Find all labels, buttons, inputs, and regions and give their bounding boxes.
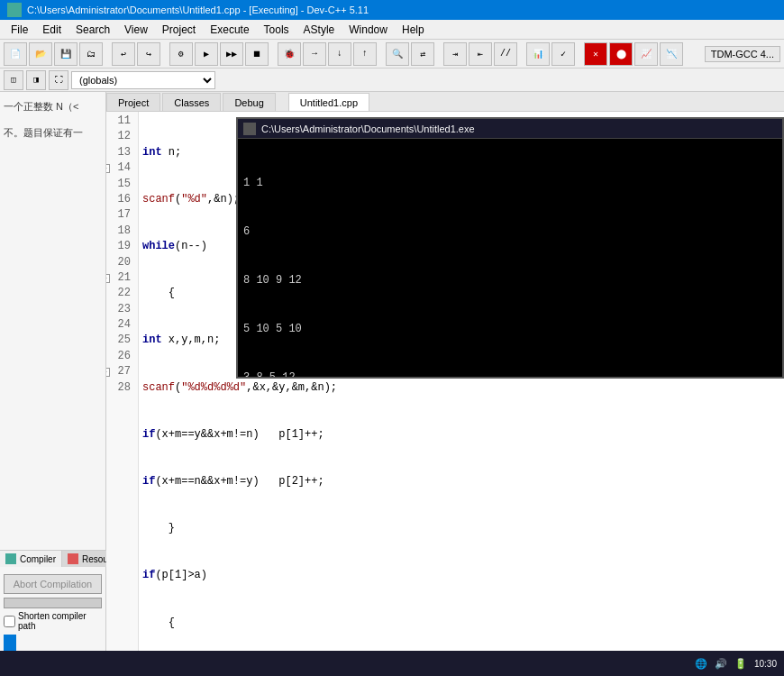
shorten-compiler-path-label: Shorten compiler path [18, 611, 102, 631]
left-panel: 一个正整数 N（< 不。题目保证有一 Compiler Resou... Abo… [0, 92, 106, 676]
open-button[interactable]: 📂 [29, 42, 52, 66]
abort-compilation-button[interactable]: Abort Compilation [4, 574, 102, 594]
console-line-2: 8 10 9 12 [243, 272, 777, 288]
taskbar-battery-icon: 🔋 [734, 658, 747, 670]
save-button[interactable]: 💾 [54, 42, 77, 66]
menu-window[interactable]: Window [342, 22, 395, 38]
new-button[interactable]: 📄 [4, 42, 27, 66]
code-line-21: { [142, 616, 780, 631]
menu-bar: File Edit Search View Project Execute To… [0, 20, 784, 40]
menu-search[interactable]: Search [68, 22, 117, 38]
line-number-22: 22 [110, 286, 134, 301]
line-number-24: 24 [110, 317, 134, 333]
console-line-1: 6 [243, 224, 777, 240]
menu-tools[interactable]: Tools [257, 22, 296, 38]
profile-button[interactable]: 📊 [526, 42, 550, 66]
line-number-17: 17 [110, 207, 134, 223]
console-title: C:\Users\Administrator\Documents\Untitle… [261, 123, 475, 134]
line-number-11: 11 [110, 114, 134, 129]
line-number-15: 15 [110, 177, 134, 192]
tab-debug[interactable]: Debug [223, 93, 275, 111]
compiler-label: TDM-GCC 4... [705, 46, 780, 62]
menu-view[interactable]: View [117, 22, 155, 38]
toggle-comment-button[interactable]: // [494, 42, 517, 66]
menu-execute[interactable]: Execute [203, 22, 256, 38]
console-line-4: 3 8 5 12 [243, 370, 777, 377]
breakpoint-button[interactable]: ⬤ [609, 42, 633, 66]
line-number-19: 19 [110, 239, 134, 254]
compile-run-button[interactable]: ▶▶ [220, 42, 243, 66]
line-number-18: 18 [110, 224, 134, 239]
console-window: C:\Users\Administrator\Documents\Untitle… [236, 117, 784, 379]
line-number-13: 13 [110, 145, 134, 160]
indent-button[interactable]: ⇥ [443, 42, 467, 66]
toolbar: 📄 📂 💾 🗂 ↩ ↪ ⚙ ▶ ▶▶ ⏹ 🐞 → ↓ ↑ 🔍 ⇄ ⇥ ⇤ // … [0, 40, 784, 69]
chart2-button[interactable]: 📉 [660, 42, 683, 66]
code-line-16: scanf("%d%d%d%d",&x,&y,&m,&n); [142, 380, 780, 396]
menu-file[interactable]: File [4, 22, 35, 38]
step-into-button[interactable]: ↓ [328, 42, 351, 66]
line-number-26: 26 [110, 349, 134, 364]
console-content: 1 1 6 8 10 9 12 5 10 5 10 3 8 5 12 12 18… [238, 139, 782, 377]
menu-astyle[interactable]: AStyle [296, 22, 342, 38]
line-number-23: 23 [110, 302, 134, 317]
line-number-27: − 27 [110, 364, 134, 379]
editor-tab-bar: Project Classes Debug Untitled1.cpp [106, 92, 784, 112]
debug-button[interactable]: 🐞 [278, 42, 301, 66]
compilation-progress-bar [4, 598, 102, 608]
tab-file[interactable]: Untitled1.cpp [288, 93, 369, 111]
undo-button[interactable]: ↩ [112, 42, 135, 66]
collapse-button-21[interactable]: − [106, 274, 110, 283]
compile-button[interactable]: ⚙ [169, 42, 193, 66]
replace-button[interactable]: ⇄ [411, 42, 434, 66]
step-out-button[interactable]: ↑ [353, 42, 377, 66]
globals-dropdown[interactable]: (globals) [71, 71, 215, 89]
collapse-button-14[interactable]: − [106, 164, 110, 173]
taskbar: 🌐 🔊 🔋 10:30 [0, 651, 784, 676]
left-description-bottom: 不。题目保证有一 [0, 122, 105, 551]
fullscreen-button[interactable]: ⛶ [49, 70, 68, 90]
taskbar-volume-icon: 🔊 [715, 658, 727, 670]
title-text: C:\Users\Administrator\Documents\Untitle… [27, 5, 369, 15]
taskbar-network-icon: 🌐 [695, 658, 707, 670]
system-clock: 10:30 [754, 659, 777, 669]
step-over-button[interactable]: → [303, 42, 326, 66]
syntax-check-button[interactable]: ✓ [552, 42, 575, 66]
toolbar2: ◫ ◨ ⛶ (globals) [0, 69, 784, 92]
toggle-output-button[interactable]: ◨ [26, 70, 46, 90]
run-button[interactable]: ▶ [195, 42, 218, 66]
console-line-3: 5 10 5 10 [243, 321, 777, 337]
menu-project[interactable]: Project [155, 22, 203, 38]
redo-button[interactable]: ↪ [137, 42, 160, 66]
line-number-28: 28 [110, 380, 134, 396]
console-line-0: 1 1 [243, 175, 777, 191]
code-line-19: } [142, 521, 780, 536]
exit-button[interactable]: ✕ [584, 42, 607, 66]
shorten-compiler-path-checkbox[interactable] [4, 616, 15, 627]
chart-button[interactable]: 📈 [634, 42, 658, 66]
app-icon [7, 3, 22, 17]
console-titlebar[interactable]: C:\Users\Administrator\Documents\Untitle… [238, 119, 782, 139]
title-bar: C:\Users\Administrator\Documents\Untitle… [0, 0, 784, 20]
shorten-compiler-path-checkbox-row: Shorten compiler path [4, 611, 102, 631]
save-all-button[interactable]: 🗂 [79, 42, 103, 66]
code-line-18: if(x+m==n&&x+m!=y) p[2]++; [142, 474, 780, 489]
find-button[interactable]: 🔍 [386, 42, 409, 66]
stop-button[interactable]: ⏹ [245, 42, 269, 66]
menu-edit[interactable]: Edit [35, 22, 68, 38]
code-line-20: if(p[1]>a) [142, 568, 780, 583]
line-number-20: 20 [110, 255, 134, 270]
tab-project[interactable]: Project [106, 93, 160, 111]
tab-compiler[interactable]: Compiler [0, 551, 62, 567]
toggle-left-panel-button[interactable]: ◫ [4, 70, 23, 90]
line-number-21: − 21 [110, 270, 134, 286]
unindent-button[interactable]: ⇤ [469, 42, 492, 66]
line-number-25: 25 [110, 333, 134, 348]
line-number-12: 12 [110, 129, 134, 144]
console-icon [243, 123, 256, 135]
collapse-button-27[interactable]: − [106, 368, 110, 377]
line-number-16: 16 [110, 192, 134, 207]
tab-classes[interactable]: Classes [162, 93, 221, 111]
menu-help[interactable]: Help [395, 22, 432, 38]
line-number-14: − 14 [110, 160, 134, 176]
